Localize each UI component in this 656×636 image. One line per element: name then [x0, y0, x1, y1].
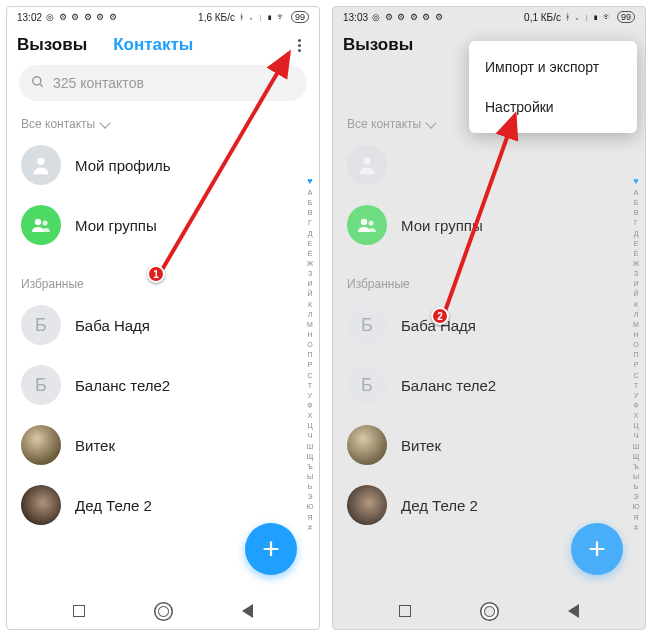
svg-point-3	[35, 219, 41, 225]
more-options-icon[interactable]	[289, 35, 309, 55]
plus-icon: +	[262, 532, 280, 566]
tab-bar: Вызовы Контакты	[7, 27, 319, 65]
status-notification-icons: ◎ ⚙ ⚙ ⚙ ⚙ ⚙	[46, 12, 118, 22]
nav-home-icon[interactable]	[158, 606, 169, 617]
status-bar: 13:03 ◎ ⚙ ⚙ ⚙ ⚙ ⚙ 0,1 КБ/с ᚼ ◃ ⋮ ▮ ᯤ 99	[333, 7, 645, 27]
android-nav-bar	[333, 593, 645, 629]
all-contacts-dropdown[interactable]: Все контакты	[7, 109, 319, 135]
status-bar: 13:02 ◎ ⚙ ⚙ ⚙ ⚙ ⚙ 1,6 КБ/с ᚼ ◃ ⋮ ▮ ᯤ 99	[7, 7, 319, 27]
favorites-section-label: Избранные	[333, 269, 645, 295]
status-time: 13:03	[343, 12, 368, 23]
profile-avatar-icon	[347, 145, 387, 185]
contact-avatar: Б	[347, 365, 387, 405]
contact-row[interactable]: Витек	[333, 415, 645, 475]
nav-back-icon[interactable]	[242, 604, 253, 618]
contact-name: Баланс теле2	[75, 377, 170, 394]
groups-avatar-icon	[347, 205, 387, 245]
my-groups-item[interactable]: Мои группы	[333, 195, 645, 255]
svg-point-0	[33, 76, 41, 84]
my-groups-label: Мои группы	[75, 217, 157, 234]
nav-home-icon[interactable]	[484, 606, 495, 617]
options-popup-menu: Импорт и экспорт Настройки	[469, 41, 637, 133]
svg-point-6	[363, 158, 370, 165]
profile-avatar-icon	[21, 145, 61, 185]
contact-row[interactable]: Витек	[7, 415, 319, 475]
nav-recent-icon[interactable]	[399, 605, 411, 617]
search-input[interactable]: 325 контактов	[19, 65, 307, 101]
contact-avatar	[21, 485, 61, 525]
add-contact-fab[interactable]: +	[245, 523, 297, 575]
phone-screenshot-2: 13:03 ◎ ⚙ ⚙ ⚙ ⚙ ⚙ 0,1 КБ/с ᚼ ◃ ⋮ ▮ ᯤ 99 …	[332, 6, 646, 630]
contact-row[interactable]: Б Баланс теле2	[7, 355, 319, 415]
tab-contacts[interactable]: Контакты	[113, 35, 193, 55]
search-placeholder: 325 контактов	[53, 75, 144, 91]
contact-avatar	[347, 425, 387, 465]
contact-avatar: Б	[21, 305, 61, 345]
status-net-speed: 0,1 КБ/с	[524, 12, 561, 23]
nav-back-icon[interactable]	[568, 604, 579, 618]
menu-import-export[interactable]: Импорт и экспорт	[469, 47, 637, 87]
status-battery: 99	[291, 11, 309, 23]
contact-name: Баба Надя	[75, 317, 150, 334]
contact-row[interactable]: Б Баланс теле2	[333, 355, 645, 415]
my-profile-item[interactable]: Мой профиль	[7, 135, 319, 195]
contact-name: Дед Теле 2	[75, 497, 152, 514]
svg-point-7	[361, 219, 367, 225]
contact-name: Витек	[401, 437, 441, 454]
status-time: 13:02	[17, 12, 42, 23]
contact-avatar: Б	[21, 365, 61, 405]
status-signal-icons: ᚼ ◃ ⋮ ▮ ᯤ	[239, 12, 287, 22]
menu-settings[interactable]: Настройки	[469, 87, 637, 127]
contact-avatar	[21, 425, 61, 465]
add-contact-fab[interactable]: +	[571, 523, 623, 575]
plus-icon: +	[588, 532, 606, 566]
contact-name: Витек	[75, 437, 115, 454]
svg-point-8	[368, 220, 373, 225]
android-nav-bar	[7, 593, 319, 629]
contact-avatar	[347, 485, 387, 525]
phone-screenshot-1: 13:02 ◎ ⚙ ⚙ ⚙ ⚙ ⚙ 1,6 КБ/с ᚼ ◃ ⋮ ▮ ᯤ 99 …	[6, 6, 320, 630]
tab-calls[interactable]: Вызовы	[17, 35, 87, 55]
svg-line-1	[40, 83, 43, 86]
status-notification-icons: ◎ ⚙ ⚙ ⚙ ⚙ ⚙	[372, 12, 444, 22]
status-net-speed: 1,6 КБ/с	[198, 12, 235, 23]
groups-avatar-icon	[21, 205, 61, 245]
chevron-down-icon	[100, 117, 111, 128]
my-profile-item[interactable]	[333, 135, 645, 195]
my-groups-label: Мои группы	[401, 217, 483, 234]
svg-point-2	[37, 158, 44, 165]
status-signal-icons: ᚼ ◃ ⋮ ▮ ᯤ	[565, 12, 613, 22]
tab-calls[interactable]: Вызовы	[343, 35, 413, 55]
contact-name: Баба Надя	[401, 317, 476, 334]
svg-point-4	[42, 220, 47, 225]
search-icon	[31, 75, 45, 92]
contact-row[interactable]: Б Баба Надя	[333, 295, 645, 355]
my-profile-label: Мой профиль	[75, 157, 171, 174]
chevron-down-icon	[426, 117, 437, 128]
contact-name: Дед Теле 2	[401, 497, 478, 514]
contact-avatar: Б	[347, 305, 387, 345]
favorites-section-label: Избранные	[7, 269, 319, 295]
contact-row[interactable]: Б Баба Надя	[7, 295, 319, 355]
status-battery: 99	[617, 11, 635, 23]
nav-recent-icon[interactable]	[73, 605, 85, 617]
my-groups-item[interactable]: Мои группы	[7, 195, 319, 255]
contact-name: Баланс теле2	[401, 377, 496, 394]
